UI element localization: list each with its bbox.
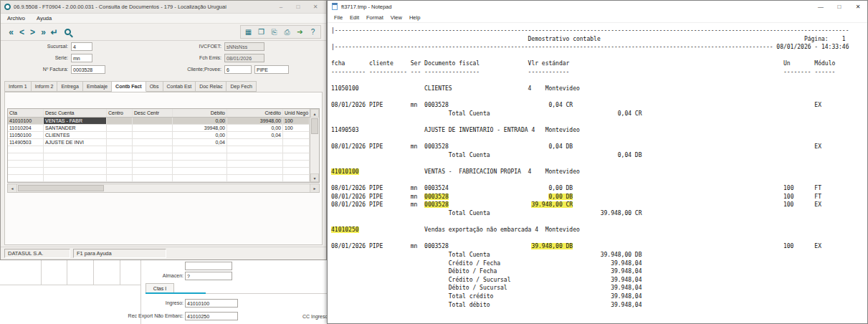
report-line[interactable]: 08/01/2026 PIPE mn 0003524 0,00 DB 100 F… bbox=[331, 184, 867, 193]
cell-centro[interactable] bbox=[107, 125, 133, 131]
help-icon[interactable]: ? bbox=[307, 27, 318, 37]
scroll-right-icon[interactable]: ▸ bbox=[310, 184, 319, 192]
tab-contab-est[interactable]: Contab Est bbox=[163, 81, 196, 92]
cell-desc-cuenta[interactable]: VENTAS - FABR bbox=[44, 118, 107, 124]
cell-desc-cuenta[interactable]: SANTANDER bbox=[44, 125, 107, 131]
menu-view[interactable]: View bbox=[387, 14, 406, 21]
report-line[interactable]: 11490503 AJUSTE DE INVENTARIO - ENTRADA … bbox=[331, 126, 867, 135]
report-line[interactable] bbox=[331, 118, 867, 127]
report-line[interactable]: Total débito 39.948,04 bbox=[331, 301, 867, 310]
serie-field[interactable]: mn bbox=[71, 54, 92, 62]
cell-desc-centr[interactable] bbox=[133, 132, 173, 138]
sucursal-field[interactable]: 4 bbox=[71, 42, 92, 51]
cell-debito[interactable]: 0,04 bbox=[173, 139, 227, 146]
tab-entrega[interactable]: Entrega bbox=[57, 81, 83, 92]
print-icon[interactable]: ⎙ bbox=[282, 27, 292, 37]
close-button[interactable]: ✕ bbox=[849, 1, 867, 12]
cell-credito[interactable]: 0,00 bbox=[227, 125, 283, 131]
grid-row-41010100[interactable]: 41010100 VENTAS - FABR 0,00 39948,00 100 bbox=[8, 118, 310, 125]
maximize-button[interactable]: □ bbox=[291, 2, 305, 12]
report-line[interactable]: 11050100 CLIENTES 4 Montevideo bbox=[331, 85, 867, 93]
export-icon[interactable]: ➔ bbox=[295, 27, 305, 37]
cell-unid-nego[interactable] bbox=[283, 139, 310, 146]
cell-unid-nego[interactable] bbox=[283, 132, 310, 138]
menu-edit[interactable]: Edit bbox=[346, 14, 363, 21]
report-line[interactable]: Total Cuenta 0,04 CR bbox=[331, 110, 867, 118]
minimize-button[interactable]: – bbox=[274, 2, 288, 12]
cell-unid-nego[interactable]: 100 bbox=[283, 125, 310, 131]
menu-archivo[interactable]: Archivo bbox=[7, 15, 25, 22]
first-record-icon[interactable]: « bbox=[6, 24, 16, 41]
report-line[interactable]: Total Cuenta 39.948,00 CR bbox=[331, 209, 867, 218]
grid-icon[interactable]: ▦ bbox=[243, 27, 254, 37]
cell-desc-centr[interactable] bbox=[133, 118, 173, 124]
cell-centro[interactable] bbox=[107, 132, 133, 138]
report-line[interactable]: 08/01/2026 PIPE mn 0003528 0,04 CR EX bbox=[331, 101, 867, 110]
report-line[interactable] bbox=[331, 93, 867, 102]
last-record-icon[interactable]: » bbox=[38, 24, 49, 41]
report-line[interactable]: 41010250 Vendas exportação não embarcada… bbox=[331, 226, 867, 234]
horizontal-scroll-thumb[interactable] bbox=[18, 185, 104, 191]
cell-centro[interactable] bbox=[107, 139, 133, 146]
menu-help[interactable]: Help bbox=[406, 14, 424, 21]
cell-cta[interactable]: 11050100 bbox=[8, 132, 44, 138]
report-text[interactable]: |---------------------------------------… bbox=[331, 27, 867, 309]
factura-field[interactable]: 0003528 bbox=[71, 65, 105, 74]
report-line[interactable]: Débito / Fecha 39.948,04 bbox=[331, 267, 867, 276]
grid-row-11050100[interactable]: 11050100 CLIENTES 0,00 0,04 bbox=[8, 132, 310, 139]
report-line[interactable]: |---------------------------------------… bbox=[331, 43, 867, 52]
tab-contb-fact[interactable]: Contb Fact bbox=[112, 81, 146, 92]
cell-credito[interactable]: 0,04 bbox=[227, 132, 283, 138]
tab-dep-fech[interactable]: Dep Fech bbox=[226, 81, 256, 92]
search-icon[interactable] bbox=[65, 29, 71, 35]
fch-emis-field[interactable]: 08/01/2026 bbox=[224, 54, 264, 62]
tab-inform-1[interactable]: Inform 1 bbox=[4, 81, 32, 92]
next-record-icon[interactable]: > bbox=[27, 24, 38, 41]
cell-cta[interactable]: 11010204 bbox=[8, 125, 44, 131]
report-line[interactable] bbox=[331, 218, 867, 227]
report-line[interactable]: Total Cuenta 39.948,00 DB bbox=[331, 251, 867, 259]
cell-desc-cuenta[interactable]: CLIENTES bbox=[44, 132, 107, 138]
maximize-button[interactable]: □ bbox=[830, 1, 849, 12]
report-line[interactable] bbox=[331, 176, 867, 185]
report-line[interactable]: |---------------------------------------… bbox=[331, 27, 867, 35]
grid-horizontal-scrollbar[interactable]: ◂ ▸ bbox=[7, 184, 320, 193]
copy-icon[interactable]: ❐ bbox=[256, 27, 267, 37]
tab-embalaje[interactable]: Embalaje bbox=[83, 81, 112, 92]
grid-row-11010204[interactable]: 11010204 SANTANDER 39948,00 0,00 100 bbox=[8, 125, 310, 132]
report-line[interactable]: Demostrativo contable Página: 1 bbox=[331, 35, 867, 44]
vertical-scroll-thumb[interactable] bbox=[311, 118, 318, 134]
minimize-button[interactable]: — bbox=[811, 1, 830, 12]
cell-credito[interactable] bbox=[227, 139, 283, 146]
cell-cta[interactable]: 41010100 bbox=[8, 118, 44, 124]
cell-desc-cuenta[interactable]: AJUSTE DE INVI bbox=[44, 139, 107, 146]
almacen-field[interactable]: ? bbox=[185, 272, 232, 280]
cell-cta[interactable]: 11490503 bbox=[8, 139, 44, 146]
document-icon[interactable]: ⎘ bbox=[269, 27, 280, 37]
clipped-field[interactable] bbox=[185, 262, 232, 270]
report-line[interactable]: Total crédito 39.948,04 bbox=[331, 292, 867, 301]
report-line[interactable]: 08/01/2026 PIPE mn 0003528 39.948,00 CR … bbox=[331, 201, 867, 209]
report-line[interactable]: Crédito / Fecha 39.948,04 bbox=[331, 259, 867, 268]
rec-export-field[interactable]: 41010250 bbox=[185, 312, 238, 320]
tab-doc-relac[interactable]: Doc Relac bbox=[196, 81, 226, 92]
report-line[interactable]: Débito / Sucursal 39.948,04 bbox=[331, 284, 867, 292]
report-line[interactable]: Total Cuenta 0,04 DB bbox=[331, 151, 867, 160]
report-line[interactable]: ---------- ----------- --- -------------… bbox=[331, 68, 867, 77]
cliente-code-field[interactable]: 6 bbox=[224, 65, 252, 74]
scroll-up-icon[interactable]: ▴ bbox=[310, 109, 319, 118]
report-line[interactable] bbox=[331, 160, 867, 168]
report-line[interactable]: 08/01/2026 PIPE mn 0003528 0,04 DB EX bbox=[331, 143, 867, 151]
grid-row-11490503[interactable]: 11490503 AJUSTE DE INVI 0,04 bbox=[8, 139, 310, 146]
cell-centro[interactable] bbox=[107, 118, 133, 124]
menu-ayuda[interactable]: Ayuda bbox=[37, 15, 52, 22]
report-line[interactable] bbox=[331, 135, 867, 143]
cell-debito[interactable]: 39948,00 bbox=[173, 125, 227, 131]
grid-vertical-scrollbar[interactable]: ▴ ▾ bbox=[310, 109, 319, 182]
report-line[interactable]: Crédito / Sucursal 39.948,04 bbox=[331, 276, 867, 285]
cell-credito[interactable]: 39948,00 bbox=[227, 118, 283, 124]
close-button[interactable]: ✕ bbox=[308, 2, 323, 12]
cliente-name-field[interactable]: PIPE bbox=[254, 65, 289, 74]
scroll-left-icon[interactable]: ◂ bbox=[8, 184, 17, 192]
scroll-down-icon[interactable]: ▾ bbox=[310, 173, 319, 182]
